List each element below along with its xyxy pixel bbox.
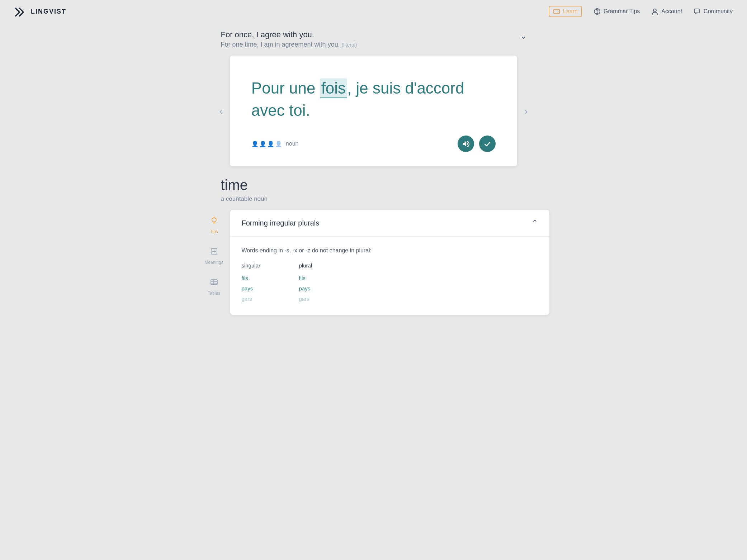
plural-gars: gars [299,296,342,302]
person-icon-3: 👤 [267,141,274,147]
grammar-description: Words ending in -s, -x or -z do not chan… [242,247,538,254]
grammar-content: Words ending in -s, -x or -z do not chan… [230,237,549,315]
svg-point-2 [596,10,597,11]
learn-icon [553,8,560,15]
tips-icon [210,216,218,227]
grammar-table: singular plural fils fils pays pays gars… [242,262,538,304]
difficulty-icons: 👤 👤 👤 👤 [251,141,282,147]
translation-collapse-button[interactable]: ⌄ [520,32,526,41]
prev-card-button[interactable]: ‹ [212,98,230,124]
nav-learn[interactable]: Learn [549,6,582,17]
grammar-header: Forming irregular plurals ⌃ [230,210,549,237]
tab-meanings[interactable]: Meanings [198,241,230,271]
nav-community[interactable]: Community [694,8,733,15]
table-row: gars gars [242,294,538,304]
tab-tables[interactable]: Tables [198,271,230,302]
account-icon [651,8,658,15]
singular-header: singular [242,262,285,269]
mark-known-button[interactable] [479,136,496,152]
meanings-label: Meanings [204,260,223,265]
svg-rect-0 [554,9,559,14]
svg-rect-17 [211,280,217,285]
tips-label: Tips [210,229,218,234]
card-container: ‹ Pour une fois, je suis d'accord avec t… [212,56,535,166]
svg-point-8 [212,218,216,222]
singular-gars: gars [242,296,285,302]
card-actions [458,136,496,152]
translation-bar: For once, I agree with you. For one time… [212,23,535,56]
nav: Learn Grammar Tips Account [549,6,733,17]
svg-point-6 [653,9,656,12]
flash-card: Pour une fois, je suis d'accord avec toi… [230,56,517,166]
word-title: time [221,177,526,193]
tab-tips[interactable]: Tips [198,210,230,241]
word-type: noun [286,141,299,147]
logo: LINGVIST [14,5,66,18]
highlighted-word: fois [320,79,347,98]
table-row: pays pays [242,283,538,294]
svg-line-5 [596,9,598,10]
next-card-button[interactable]: › [517,98,535,124]
svg-rect-7 [694,9,699,13]
translation-literal: For one time, I am in agreement with you… [221,41,357,48]
grammar-title: Forming irregular plurals [242,219,320,227]
grammar-tips-icon [594,8,601,15]
card-footer: 👤 👤 👤 👤 noun [251,136,496,152]
person-icon-1: 👤 [251,141,259,147]
logo-icon [14,5,27,18]
grammar-panel: Forming irregular plurals ⌃ Words ending… [230,210,549,315]
word-meta: 👤 👤 👤 👤 noun [251,141,299,147]
plural-pays: pays [299,285,342,291]
translation-text: For once, I agree with you. For one time… [221,30,357,48]
translation-main: For once, I agree with you. [221,30,357,39]
grammar-table-header: singular plural [242,262,538,269]
person-icon-4: 👤 [275,141,282,147]
word-subtitle: a countable noun [221,195,526,203]
main-content: For once, I agree with you. For one time… [0,23,747,315]
singular-fils: fils [242,275,285,281]
audio-button[interactable] [458,136,474,152]
header: LINGVIST Learn Grammar Tips [0,0,747,23]
tables-icon [210,278,218,289]
person-icon-2: 👤 [259,141,266,147]
literal-tag: (literal) [342,42,357,48]
logo-text: LINGVIST [31,8,66,15]
french-sentence: Pour une fois, je suis d'accord avec toi… [251,77,496,121]
community-icon [694,8,701,15]
word-definition: time a countable noun [212,166,535,210]
sidebar-tabs: Tips Meanings [198,210,230,302]
plural-fils: fils [299,275,342,281]
plural-header: plural [299,262,342,269]
nav-grammar-tips[interactable]: Grammar Tips [594,8,640,15]
bottom-panel: Tips Meanings [198,210,549,315]
sentence-before: Pour une [251,79,320,97]
nav-account[interactable]: Account [651,8,682,15]
table-row: fils fils [242,273,538,283]
grammar-collapse-button[interactable]: ⌃ [531,218,538,228]
singular-pays: pays [242,285,285,291]
meanings-icon [210,247,218,258]
tables-label: Tables [208,291,220,296]
